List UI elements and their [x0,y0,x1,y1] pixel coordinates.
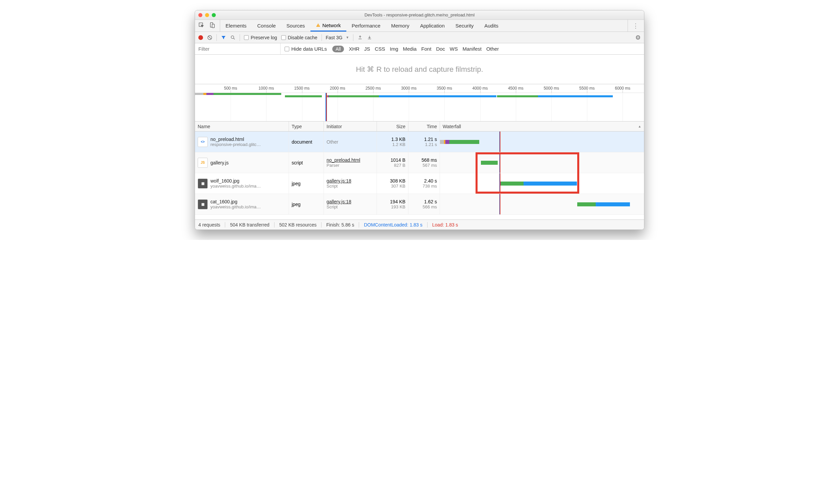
tab-security[interactable]: Security [450,20,479,32]
request-size: 308 KB307 KB [377,173,408,194]
panel-tabstrip: Elements Console Sources Network Perform… [195,20,644,32]
maximize-icon[interactable] [212,13,216,17]
type-ws[interactable]: WS [450,46,458,52]
chevron-down-icon: ▼ [346,36,349,39]
table-row[interactable]: JSgallery.jsscriptno_preload.htmlParser1… [195,152,644,173]
initiator-link[interactable]: gallery.js:18 [326,199,351,204]
record-button[interactable] [198,35,203,40]
waterfall-cell [440,173,644,194]
clear-button[interactable] [207,35,212,40]
minimize-icon[interactable] [205,13,209,17]
devtools-window: DevTools - responsive-preload.glitch.me/… [195,10,644,230]
request-size: 194 KB193 KB [377,194,408,214]
table-row[interactable]: ▦wolf_1600.jpgyoavweiss.github.io/ima…jp… [195,173,644,194]
device-toggle-icon[interactable] [209,22,215,29]
status-dcl: DOMContentLoaded: 1.83 s [359,222,427,228]
svg-point-6 [231,36,234,38]
status-transferred: 504 KB transferred [225,222,274,228]
type-all[interactable]: All [332,46,344,52]
col-size[interactable]: Size [377,122,408,131]
preserve-log-checkbox[interactable]: Preserve log [244,35,277,40]
file-icon: <> [198,137,208,147]
panel-tabs: Elements Console Sources Network Perform… [220,20,504,32]
type-other[interactable]: Other [486,46,499,52]
overview-timeline[interactable]: 500 ms1000 ms1500 ms2000 ms2500 ms3000 m… [195,84,644,122]
disable-cache-checkbox[interactable]: Disable cache [281,35,318,40]
col-type[interactable]: Type [289,122,324,131]
request-name: gallery.js [210,160,229,165]
tab-console[interactable]: Console [252,20,281,32]
file-icon: ▦ [198,179,208,188]
waterfall-cell [440,131,644,152]
filmstrip-hint: Hit ⌘ R to reload and capture filmstrip. [195,55,644,84]
highlight-box [476,152,579,173]
col-waterfall[interactable]: Waterfall▲ [440,122,644,131]
tab-elements[interactable]: Elements [220,20,252,32]
tab-network[interactable]: Network [310,20,346,32]
svg-rect-7 [359,39,362,39]
svg-rect-2 [212,24,214,28]
waterfall-cell [440,194,644,214]
initiator-link[interactable]: no_preload.html [326,157,360,163]
status-bar: 4 requests 504 KB transferred 502 KB res… [195,219,644,230]
type-font[interactable]: Font [421,46,431,52]
filter-input[interactable] [195,46,280,52]
tab-audits[interactable]: Audits [479,20,504,32]
request-name: no_preload.html [210,137,261,142]
type-doc[interactable]: Doc [436,46,445,52]
request-domain: yoavweiss.github.io/ima… [210,183,261,188]
waterfall-cell [440,152,644,173]
settings-icon[interactable]: ⚙ [635,34,641,41]
filter-input-wrap [195,43,281,54]
type-js[interactable]: JS [364,46,370,52]
close-icon[interactable] [198,13,202,17]
filter-icon[interactable] [221,35,226,40]
initiator-link[interactable]: gallery.js:18 [326,178,351,183]
request-time: 1.21 s1.21 s [408,131,440,152]
tab-memory[interactable]: Memory [386,20,415,32]
inspect-icon[interactable] [198,22,204,29]
table-row[interactable]: <>no_preload.htmlresponsive-preload.glit… [195,131,644,152]
type-manifest[interactable]: Manifest [462,46,482,52]
request-type: script [289,152,324,173]
col-time[interactable]: Time [408,122,440,131]
sort-asc-icon: ▲ [638,125,641,128]
request-name: wolf_1600.jpg [210,178,261,183]
throttle-select[interactable]: Fast 3G▼ [326,35,350,40]
type-img[interactable]: Img [390,46,398,52]
type-xhr[interactable]: XHR [349,46,359,52]
col-name[interactable]: Name [195,122,289,131]
svg-rect-4 [318,26,318,26]
table-row[interactable]: ▦cat_1600.jpgyoavweiss.github.io/ima…jpe… [195,194,644,215]
export-har-icon[interactable] [367,35,372,40]
svg-rect-3 [318,24,318,25]
tab-performance[interactable]: Performance [346,20,386,32]
request-domain: responsive-preload.glitc… [210,142,261,147]
window-controls [198,13,216,17]
request-type: jpeg [289,173,324,194]
request-time: 1.62 s566 ms [408,194,440,214]
svg-rect-8 [368,39,371,39]
request-type: jpeg [289,194,324,214]
file-icon: ▦ [198,199,208,210]
grid-header: Name Type Initiator Size Time Waterfall▲ [195,122,644,131]
network-toolbar: Preserve log Disable cache Fast 3G▼ ⚙ [195,32,644,43]
hide-data-urls-checkbox[interactable]: Hide data URLs [281,46,331,52]
type-filters: All XHR JS CSS Img Media Font Doc WS Man… [331,46,499,52]
status-resources: 502 KB resources [274,222,322,228]
search-icon[interactable] [230,35,236,40]
tab-application[interactable]: Application [415,20,450,32]
type-css[interactable]: CSS [375,46,385,52]
titlebar: DevTools - responsive-preload.glitch.me/… [195,11,644,20]
request-rows: <>no_preload.htmlresponsive-preload.glit… [195,131,644,215]
import-har-icon[interactable] [357,35,363,40]
tab-sources[interactable]: Sources [281,20,310,32]
status-load: Load: 1.83 s [428,222,463,228]
filter-bar: Hide data URLs All XHR JS CSS Img Media … [195,43,644,55]
col-initiator[interactable]: Initiator [324,122,377,131]
timeline-ruler: 500 ms1000 ms1500 ms2000 ms2500 ms3000 m… [195,84,644,93]
window-title: DevTools - responsive-preload.glitch.me/… [195,13,644,17]
type-media[interactable]: Media [403,46,417,52]
more-menu-icon[interactable]: ⋮ [628,20,644,32]
status-finish: Finish: 5.86 s [322,222,359,228]
